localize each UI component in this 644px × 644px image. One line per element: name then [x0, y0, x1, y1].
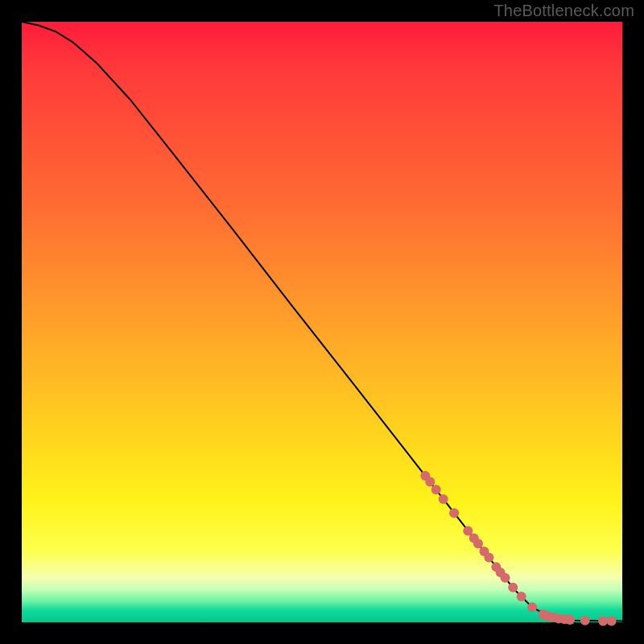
data-markers: [420, 471, 616, 626]
data-marker: [425, 477, 435, 486]
data-marker: [508, 583, 518, 592]
data-marker: [431, 485, 441, 494]
data-marker: [439, 494, 448, 504]
data-curve: [22, 22, 622, 621]
watermark-label: TheBottleneck.com: [493, 2, 634, 20]
data-marker: [484, 552, 493, 562]
data-marker: [527, 602, 537, 612]
data-marker: [607, 617, 617, 626]
chart-svg: [22, 22, 622, 622]
chart-frame: TheBottleneck.com: [0, 0, 644, 644]
plot-area: [22, 22, 622, 622]
data-marker: [473, 539, 483, 548]
data-marker: [449, 508, 459, 518]
data-marker: [517, 592, 526, 601]
data-marker: [565, 615, 575, 625]
data-marker: [501, 573, 510, 583]
data-marker: [598, 617, 608, 626]
data-marker: [580, 616, 590, 625]
